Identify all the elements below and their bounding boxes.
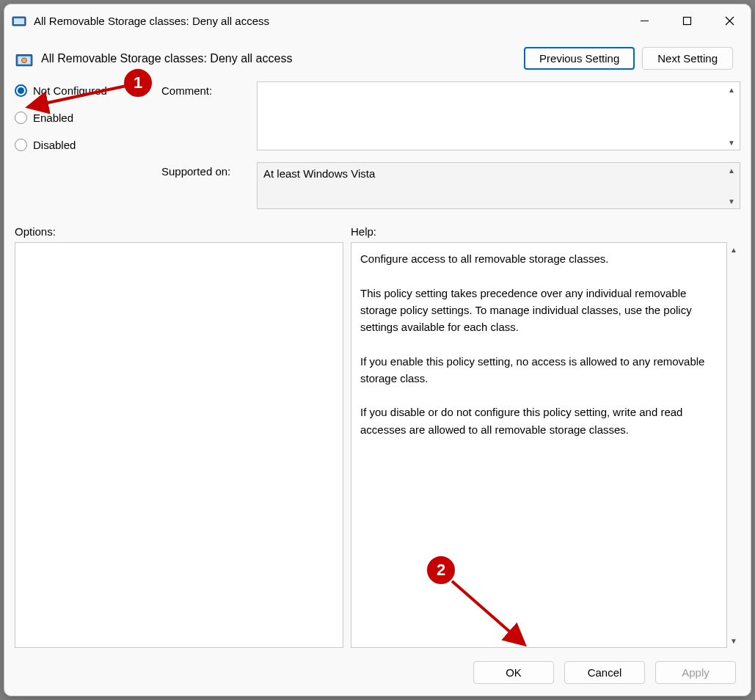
scroll-up-icon[interactable]: ▲	[727, 244, 740, 255]
help-scrollbar[interactable]: ▲ ▼	[727, 242, 740, 648]
close-button[interactable]	[708, 4, 751, 37]
annotation-callout-1: 1	[124, 69, 152, 97]
options-panel	[15, 242, 343, 648]
scroll-up-icon[interactable]: ▲	[725, 164, 738, 176]
help-paragraph: If you disable or do not configure this …	[360, 404, 718, 438]
radio-indicator-icon	[15, 84, 27, 97]
header-row: All Removable Storage classes: Deny all …	[13, 43, 742, 79]
maximize-button[interactable]	[665, 4, 708, 37]
panels: Configure access to all removable storag…	[13, 242, 742, 648]
app-icon	[12, 13, 26, 28]
radio-indicator-icon	[15, 139, 27, 151]
previous-setting-button[interactable]: Previous Setting	[524, 47, 635, 70]
footer-buttons: OK Cancel Apply	[13, 648, 742, 687]
next-setting-button[interactable]: Next Setting	[642, 47, 733, 70]
section-labels: Options: Help:	[13, 221, 742, 242]
scroll-down-icon[interactable]: ▼	[725, 136, 738, 148]
radio-label: Not Configured	[33, 84, 107, 97]
supported-on-value: At least Windows Vista	[263, 167, 375, 180]
window-controls	[623, 4, 751, 37]
content-area: All Removable Storage classes: Deny all …	[4, 37, 751, 696]
policy-title: All Removable Storage classes: Deny all …	[41, 52, 524, 65]
help-paragraph: Configure access to all removable storag…	[360, 250, 718, 267]
state-radio-group: Not Configured Enabled Disabled	[15, 81, 161, 221]
apply-button[interactable]: Apply	[655, 661, 736, 684]
svg-rect-3	[683, 17, 690, 24]
supported-row: Supported on: At least Windows Vista ▲ ▼	[161, 162, 740, 209]
form-area: Not Configured Enabled Disabled Comment:	[13, 79, 742, 221]
comment-scroll: ▲ ▼	[725, 84, 738, 148]
help-label: Help:	[351, 225, 740, 238]
radio-indicator-icon	[15, 112, 27, 124]
window-title: All Removable Storage classes: Deny all …	[34, 15, 623, 27]
supported-on-label: Supported on:	[161, 162, 257, 209]
scroll-up-icon[interactable]: ▲	[725, 84, 738, 95]
radio-disabled[interactable]: Disabled	[15, 139, 161, 151]
radio-label: Disabled	[33, 139, 76, 151]
scroll-down-icon[interactable]: ▼	[725, 195, 738, 207]
titlebar: All Removable Storage classes: Deny all …	[4, 4, 751, 37]
radio-enabled[interactable]: Enabled	[15, 112, 161, 124]
minimize-button[interactable]	[623, 4, 665, 37]
help-panel: Configure access to all removable storag…	[351, 242, 727, 648]
supported-on-display: At least Windows Vista ▲ ▼	[257, 162, 740, 209]
svg-point-8	[22, 57, 27, 62]
comment-row: Comment: ▲ ▼	[161, 81, 740, 150]
help-wrap: Configure access to all removable storag…	[351, 242, 740, 648]
radio-label: Enabled	[33, 112, 73, 124]
comment-input[interactable]: ▲ ▼	[257, 81, 740, 150]
options-label: Options:	[15, 225, 351, 238]
nav-buttons: Previous Setting Next Setting	[524, 47, 733, 70]
cancel-button[interactable]: Cancel	[564, 661, 645, 684]
help-paragraph: This policy setting takes precedence ove…	[360, 285, 718, 336]
svg-rect-1	[14, 18, 24, 24]
annotation-callout-2: 2	[427, 556, 455, 584]
ok-button[interactable]: OK	[473, 661, 554, 684]
supported-scroll: ▲ ▼	[725, 164, 738, 207]
dialog-window: All Removable Storage classes: Deny all …	[4, 4, 751, 696]
policy-icon	[15, 49, 34, 68]
fields-column: Comment: ▲ ▼ Supported on: At least Wind…	[161, 81, 740, 221]
help-paragraph: If you enable this policy setting, no ac…	[360, 353, 718, 387]
comment-label: Comment:	[161, 81, 257, 150]
scroll-down-icon[interactable]: ▼	[727, 635, 740, 646]
